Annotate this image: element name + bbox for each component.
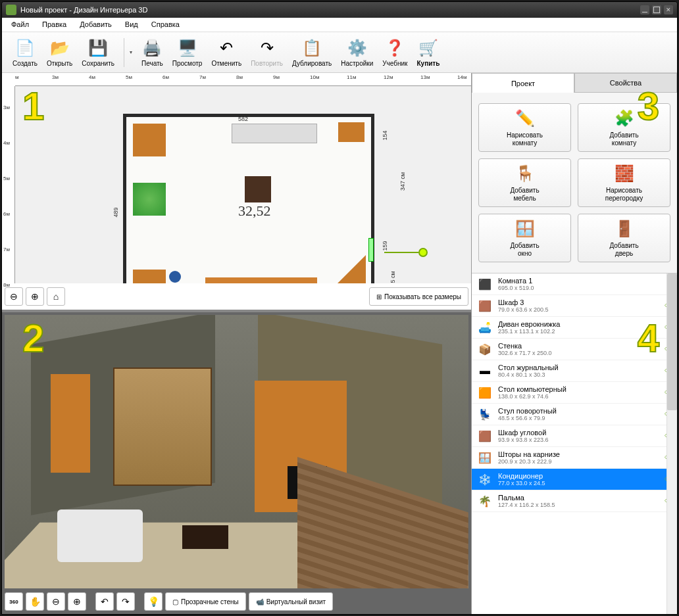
menu-file[interactable]: Файл xyxy=(5,18,36,32)
action-комнату[interactable]: ✏️Нарисоватькомнату xyxy=(478,103,571,152)
action-icon: 🪟 xyxy=(515,218,536,239)
object-name: Шторы на карнизе xyxy=(498,450,560,458)
app-icon xyxy=(6,5,16,15)
object-name: Стол журнальный xyxy=(498,364,559,371)
undo-3d-button[interactable]: ↶ xyxy=(95,592,114,611)
object-name: Стул поворотный xyxy=(498,407,557,415)
object-icon: 🟫 xyxy=(477,298,493,314)
toolbar-печать[interactable]: 🖨️Печать xyxy=(138,36,167,68)
furniture-wardrobe[interactable] xyxy=(338,122,365,142)
dim-corner2: 65 см xyxy=(389,271,395,283)
toolbar-учебник[interactable]: ❓Учебник xyxy=(378,36,411,68)
action-окно[interactable]: 🪟Добавитьокно xyxy=(478,214,571,262)
titlebar: Новый проект - Дизайн Интерьера 3D xyxy=(2,2,677,18)
object-dims: 79.0 x 63.6 x 200.5 xyxy=(498,306,549,313)
object-item[interactable]: 🌴Пальма127.4 x 116.2 x 158.5👁 xyxy=(472,490,677,512)
zoom-out-3d-button[interactable]: ⊖ xyxy=(47,592,65,611)
toolbar-label: Сохранить xyxy=(82,60,114,67)
action-перегородку[interactable]: 🧱Нарисоватьперегородку xyxy=(578,158,670,207)
toolbar-отменить[interactable]: ↶Отменить xyxy=(207,36,245,68)
toolbar-создать[interactable]: 📄Создать xyxy=(9,36,41,68)
object-dims: 302.6 x 71.7 x 250.0 xyxy=(498,350,552,356)
object-item[interactable]: 🟫Шкаф 379.0 x 63.6 x 200.5👁 xyxy=(472,295,677,317)
toolbar-сохранить[interactable]: 💾Сохранить xyxy=(78,36,118,68)
object-dims: 48.5 x 56.6 x 79.9 xyxy=(498,415,557,421)
menu-view[interactable]: Вид xyxy=(118,18,145,32)
maximize-button[interactable] xyxy=(652,5,661,14)
toolbar-label: Настройки xyxy=(341,60,373,67)
object-item[interactable]: 🟫Шкаф угловой93.9 x 93.8 x 223.6👁 xyxy=(472,425,677,447)
toolbar-label: Отменить xyxy=(211,60,241,67)
scrollbar-thumb[interactable] xyxy=(667,273,677,410)
object-item[interactable]: 💺Стул поворотный48.5 x 56.6 x 79.9👁 xyxy=(472,404,677,425)
menu-help[interactable]: Справка xyxy=(145,18,186,32)
action-дверь[interactable]: 🚪Добавитьдверь xyxy=(578,214,670,262)
object-icon: 🛋️ xyxy=(477,320,493,335)
virtual-visit-button[interactable]: 📹 Виртуальный визит xyxy=(249,592,334,611)
transparent-icon: ▢ xyxy=(172,598,178,605)
window-title: Новый проект - Дизайн Интерьера 3D xyxy=(20,6,147,14)
canvas-2d[interactable]: 32,52 582 489 665 95 xyxy=(15,86,471,283)
object-item[interactable]: ⬛Комната 1695.0 x 519.0 xyxy=(472,273,677,295)
view-3d[interactable]: 360 ✋ ⊖ ⊕ ↶ ↷ 💡 ▢ Прозрачные стены 📹 xyxy=(2,312,471,615)
object-icon: 📦 xyxy=(477,341,493,357)
minimize-button[interactable] xyxy=(640,5,649,14)
action-мебель[interactable]: 🪑Добавитьмебель xyxy=(478,158,571,207)
overlay-2: 2 xyxy=(22,316,44,361)
ruler-vertical: 3м4м5м6м7м8м xyxy=(2,86,15,283)
toolbar-открыть[interactable]: 📂Открыть xyxy=(43,36,76,68)
object-scrollbar[interactable] xyxy=(666,273,677,615)
furniture-wall-unit[interactable] xyxy=(205,277,317,283)
selection-handle[interactable] xyxy=(418,248,428,257)
toolbar-дублировать[interactable]: 📋Дублировать xyxy=(288,36,336,68)
toolbar-dropdown[interactable]: ▾ xyxy=(130,39,136,66)
light-button[interactable]: 💡 xyxy=(144,592,163,611)
room-area-label: 32,52 xyxy=(238,202,271,220)
object-item[interactable]: 🟧Стол компьютерный138.0 x 62.9 x 74.6👁 xyxy=(472,382,677,404)
zoom-in-2d-button[interactable]: ⊕ xyxy=(26,287,44,306)
action-icon: 🧱 xyxy=(614,163,635,184)
furniture-desk[interactable] xyxy=(133,270,166,283)
toolbar-просмотр[interactable]: 🖥️Просмотр xyxy=(168,36,207,68)
toolbar-настройки[interactable]: ⚙️Настройки xyxy=(337,36,377,68)
view-2d[interactable]: м3м4м5м6м7м8м9м10м11м12м13м14м 3м4м5м6м7… xyxy=(2,73,471,310)
toolbar: 📄Создать📂Открыть💾Сохранить▾🖨️Печать🖥️Про… xyxy=(2,32,677,73)
home-2d-button[interactable]: ⌂ xyxy=(47,287,65,306)
furniture-chair[interactable] xyxy=(169,271,181,283)
toolbar-icon: 📄 xyxy=(14,37,36,59)
object-dims: 127.4 x 116.2 x 158.5 xyxy=(498,502,555,508)
object-name: Шкаф 3 xyxy=(498,298,549,306)
menubar: Файл Правка Добавить Вид Справка xyxy=(2,18,677,32)
toolbar-icon: ↶ xyxy=(216,37,237,59)
canvas-3d[interactable] xyxy=(5,315,468,588)
object-name: Шкаф угловой xyxy=(498,429,549,437)
furniture-corner-wardrobe[interactable] xyxy=(133,124,166,156)
tab-project[interactable]: Проект xyxy=(472,73,574,93)
room-outline[interactable]: 32,52 582 489 665 95 xyxy=(123,114,374,283)
menu-edit[interactable]: Правка xyxy=(36,18,73,32)
toolbar-icon: 🖥️ xyxy=(177,37,198,59)
show-dimensions-button[interactable]: ⊞ Показывать все размеры xyxy=(369,287,468,306)
object-icon: 🪟 xyxy=(477,450,493,465)
object-dims: 235.1 x 113.1 x 102.2 xyxy=(498,328,560,335)
furniture-ac-selected[interactable] xyxy=(368,238,374,262)
zoom-in-3d-button[interactable]: ⊕ xyxy=(68,592,86,611)
transparent-walls-button[interactable]: ▢ Прозрачные стены xyxy=(165,592,246,611)
object-item[interactable]: 🪟Шторы на карнизе200.9 x 20.3 x 222.9👁 xyxy=(472,447,677,469)
toolbar-label: Купить xyxy=(417,60,440,67)
toolbar-купить[interactable]: 🛒Купить xyxy=(413,36,444,68)
object-item[interactable]: ❄️Кондиционер77.0 x 33.0 x 24.5👁 xyxy=(472,469,677,490)
redo-3d-button[interactable]: ↷ xyxy=(116,592,135,611)
rotate360-button[interactable]: 360 xyxy=(5,592,23,611)
object-item[interactable]: ▬Стол журнальный80.4 x 80.1 x 30.3👁 xyxy=(472,360,677,382)
furniture-table[interactable] xyxy=(245,176,271,202)
furniture-sofa[interactable] xyxy=(232,124,317,143)
furniture-palm[interactable] xyxy=(133,183,166,216)
tab-properties[interactable]: Свойства xyxy=(574,73,677,93)
toolbar-повторить[interactable]: ↷Повторить xyxy=(247,36,287,68)
furniture-corner[interactable] xyxy=(332,255,366,283)
zoom-out-2d-button[interactable]: ⊖ xyxy=(5,287,23,306)
menu-add[interactable]: Добавить xyxy=(73,18,118,32)
pan-button[interactable]: ✋ xyxy=(26,592,44,611)
close-button[interactable] xyxy=(664,5,673,14)
